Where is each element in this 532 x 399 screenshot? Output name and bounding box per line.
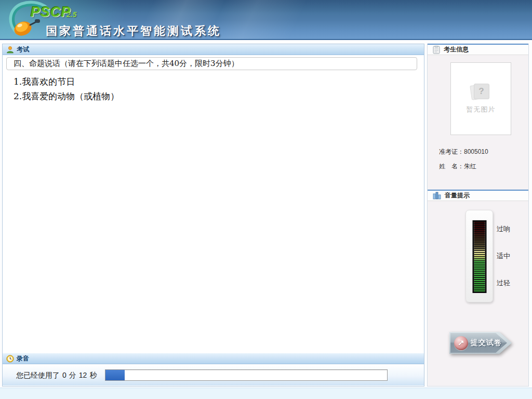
- candidate-id-line: 准考证：8005010: [439, 148, 488, 156]
- recording-section-label: 录音: [17, 354, 29, 363]
- volume-label-moderate: 适中: [497, 251, 510, 261]
- recording-usage-row: 您已经使用了0分12秒: [3, 365, 424, 385]
- usage-minutes: 0: [62, 371, 66, 379]
- candidate-id-value: 8005010: [464, 148, 488, 155]
- logo-text: PSCP: [31, 4, 71, 20]
- submit-button-label: 提交试卷: [471, 338, 502, 348]
- volume-section-bar: 音量提示: [428, 190, 528, 201]
- usage-seconds: 12: [79, 371, 87, 379]
- volume-label-loud: 过响: [497, 224, 510, 234]
- topic-item-1: 1.我喜欢的节日: [14, 74, 119, 89]
- recording-progress-fill: [105, 370, 125, 380]
- submit-button[interactable]: ↗ 提交试卷: [449, 332, 512, 354]
- clock-icon: [6, 355, 14, 363]
- candidate-id-label: 准考证：: [439, 148, 464, 155]
- clipboard-icon: [433, 46, 440, 54]
- volume-meter: [472, 220, 486, 293]
- volume-label-soft: 过轻: [497, 278, 510, 288]
- candidate-name-label: 姓 名：: [439, 163, 464, 170]
- usage-seconds-unit: 秒: [89, 371, 97, 379]
- submit-button-face: ↗ 提交试卷: [450, 333, 507, 353]
- candidate-section-bar: 考生信息: [428, 44, 528, 55]
- person-icon: [6, 46, 14, 54]
- usage-text: 您已经使用了0分12秒: [16, 365, 97, 385]
- volume-meter-box: [466, 210, 493, 302]
- app-title: 国家普通话水平智能测试系统: [46, 23, 221, 39]
- app-header: PSCP 2.5 国家普通话水平智能测试系统: [0, 0, 532, 40]
- candidate-name-value: 朱红: [464, 163, 476, 170]
- recording-section-bar: 录音: [3, 353, 424, 364]
- question-box: 四、命题说话（请在下列话题中任选一个，共40分，限时3分钟）: [6, 57, 417, 70]
- topic-item-2: 2.我喜爱的动物（或植物）: [14, 89, 119, 103]
- exam-section-label: 考试: [17, 45, 29, 54]
- footer-strip: [0, 388, 532, 399]
- candidate-name-line: 姓 名：朱红: [439, 162, 476, 171]
- no-image-icon: ?: [473, 84, 489, 100]
- candidate-photo-placeholder: ? 暂无图片: [450, 62, 511, 135]
- exam-panel: 考试 四、命题说话（请在下列话题中任选一个，共40分，限时3分钟） 1.我喜欢的…: [2, 44, 424, 387]
- topic-list: 1.我喜欢的节日 2.我喜爱的动物（或植物）: [14, 74, 119, 103]
- no-image-text: 暂无图片: [467, 105, 496, 114]
- candidate-section-label: 考生信息: [444, 45, 469, 54]
- recording-progress-bar: [105, 369, 388, 381]
- usage-prefix: 您已经使用了: [16, 371, 60, 379]
- submit-arrow-icon: ↗: [454, 336, 468, 350]
- candidate-panel: 考生信息 ? 暂无图片 准考证：8005010 姓 名：朱红 音量提示 过响 适…: [427, 44, 529, 387]
- bar-chart-icon: [433, 192, 441, 200]
- exam-section-bar: 考试: [3, 44, 424, 55]
- usage-minutes-unit: 分: [69, 371, 76, 379]
- volume-section-label: 音量提示: [445, 191, 470, 200]
- logo-version: 2.5: [66, 10, 76, 19]
